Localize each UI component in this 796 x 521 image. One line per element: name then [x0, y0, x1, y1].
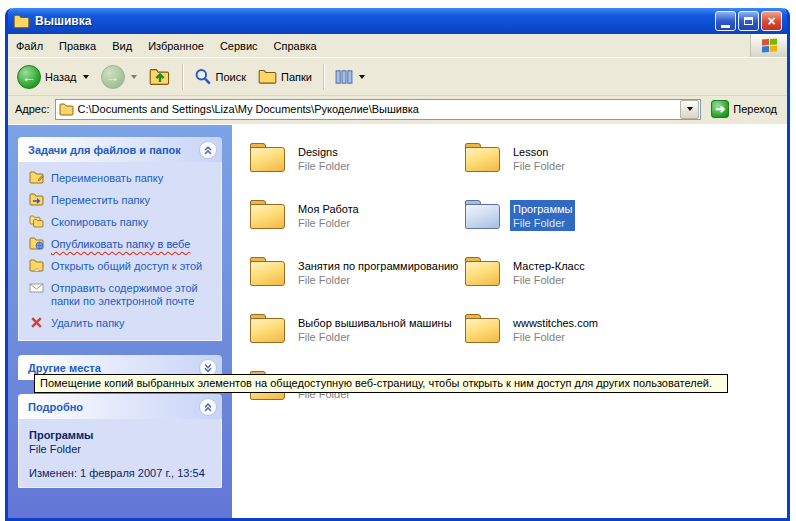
- title-bar[interactable]: Вышивка ×: [8, 8, 787, 34]
- file-type: File Folder: [295, 217, 362, 231]
- details-panel: Подробно Программы File Folder Изменен: …: [18, 394, 222, 488]
- address-path: C:\Documents and Settings\Liza\My Docume…: [78, 103, 681, 115]
- file-tile-master-klass[interactable]: Мастер-КлассFile Folder: [465, 257, 680, 314]
- file-tile-zanyatiya[interactable]: Занятия по программированиюFile Folder: [250, 257, 465, 314]
- task-move-folder[interactable]: Переместить папку: [29, 194, 215, 207]
- forward-button[interactable]: →: [96, 62, 142, 92]
- details-item-name: Программы: [29, 429, 215, 441]
- details-header[interactable]: Подробно: [18, 394, 222, 419]
- task-pane-sidebar: Задачи для файлов и папок Переименовать …: [8, 125, 232, 518]
- details-body: Программы File Folder Изменен: 1 февраля…: [18, 419, 222, 488]
- task-publish-folder[interactable]: Опубликовать папку в вебе: [29, 238, 215, 251]
- file-tile-moya-rabota[interactable]: Моя РаботаFile Folder: [250, 200, 465, 257]
- address-label: Адрес:: [15, 103, 50, 115]
- task-email-folder[interactable]: Отправить содержимое этой папки по элект…: [29, 282, 215, 308]
- menu-bar: Файл Правка Вид Избранное Сервис Справка: [8, 34, 787, 58]
- move-folder-icon: [29, 193, 45, 206]
- task-label: Переместить папку: [51, 194, 150, 207]
- file-type: File Folder: [510, 331, 601, 345]
- maximize-icon: [744, 17, 753, 25]
- details-item-modified: Изменен: 1 февраля 2007 г., 13:54: [29, 467, 215, 479]
- menu-edit[interactable]: Правка: [51, 34, 104, 57]
- file-type: File Folder: [295, 274, 461, 288]
- views-button[interactable]: [330, 66, 370, 88]
- folders-icon: [258, 68, 277, 85]
- menu-favorites[interactable]: Избранное: [140, 34, 212, 57]
- search-button[interactable]: Поиск: [189, 65, 251, 89]
- toolbar: ← Назад → Поиск Папки: [8, 58, 787, 96]
- details-title: Подробно: [28, 401, 83, 413]
- folder-icon: [250, 257, 286, 287]
- folder-icon: [465, 143, 501, 173]
- close-button[interactable]: ×: [761, 11, 782, 31]
- toolbar-separator-2: [323, 64, 324, 90]
- close-icon: ×: [767, 14, 775, 28]
- copy-folder-icon: [29, 215, 45, 228]
- views-icon: [335, 69, 353, 85]
- folder-icon: [250, 143, 286, 173]
- go-label: Переход: [733, 103, 777, 115]
- collapse-chevron-icon[interactable]: [199, 141, 217, 159]
- task-copy-folder[interactable]: Скопировать папку: [29, 216, 215, 229]
- minimize-icon: [721, 25, 730, 28]
- menu-view[interactable]: Вид: [104, 34, 140, 57]
- folders-label: Папки: [281, 71, 312, 83]
- menu-file[interactable]: Файл: [8, 34, 51, 57]
- menu-help[interactable]: Справка: [266, 34, 325, 57]
- tooltip: Помещение копий выбранных элементов на о…: [34, 374, 728, 393]
- file-tasks-body: Переименовать папку Переместить папку Ск…: [18, 162, 222, 341]
- task-rename-folder[interactable]: Переименовать папку: [29, 172, 215, 185]
- maximize-button[interactable]: [738, 11, 759, 31]
- task-label: Опубликовать папку в вебе: [51, 238, 190, 251]
- folder-icon: [250, 200, 286, 230]
- address-dropdown-button[interactable]: [680, 100, 699, 119]
- file-name: Lesson: [510, 145, 568, 160]
- folder-icon: [465, 257, 501, 287]
- search-icon: [194, 68, 212, 86]
- file-type: File Folder: [295, 160, 353, 174]
- file-tasks-panel: Задачи для файлов и папок Переименовать …: [18, 137, 222, 341]
- file-tile-vybor-mashiny[interactable]: Выбор вышивальной машиныFile Folder: [250, 314, 465, 371]
- rename-folder-icon: [29, 171, 45, 184]
- email-icon: [29, 281, 45, 294]
- address-folder-icon: [59, 103, 74, 116]
- minimize-button[interactable]: [715, 11, 736, 31]
- file-name: Моя Работа: [295, 202, 362, 217]
- delete-icon: [29, 316, 45, 329]
- collapse-chevron-icon[interactable]: [199, 398, 217, 416]
- file-tile-lesson[interactable]: LessonFile Folder: [465, 143, 680, 200]
- file-name: wwwstitches.com: [510, 316, 601, 331]
- file-list-area[interactable]: DesignsFile Folder Моя РаботаFile Folder…: [232, 125, 787, 518]
- window-title: Вышивка: [35, 14, 715, 28]
- go-button[interactable]: ➜ Переход: [706, 98, 782, 120]
- folders-button[interactable]: Папки: [253, 65, 317, 88]
- publish-web-icon: [29, 237, 45, 250]
- file-name: Выбор вышивальной машины: [295, 316, 455, 331]
- back-dropdown-icon: [83, 75, 89, 79]
- task-delete-folder[interactable]: Удалить папку: [29, 317, 215, 330]
- folder-icon: [465, 200, 501, 230]
- window-folder-icon: [13, 14, 30, 29]
- forward-icon: →: [101, 65, 125, 89]
- up-button[interactable]: [144, 64, 176, 90]
- file-tasks-title: Задачи для файлов и папок: [28, 144, 181, 156]
- file-tasks-header[interactable]: Задачи для файлов и папок: [18, 137, 222, 162]
- file-tile-designs[interactable]: DesignsFile Folder: [250, 143, 465, 200]
- menu-tools[interactable]: Сервис: [212, 34, 266, 57]
- task-label: Отправить содержимое этой папки по элект…: [51, 282, 215, 308]
- address-bar: Адрес: C:\Documents and Settings\Liza\My…: [8, 96, 787, 125]
- file-tile-wwwstitches[interactable]: wwwstitches.comFile Folder: [465, 314, 680, 371]
- back-button[interactable]: ← Назад: [12, 62, 94, 92]
- forward-dropdown-icon: [131, 75, 137, 79]
- file-tile-programmy-selected[interactable]: ПрограммыFile Folder: [465, 200, 680, 257]
- details-item-type: File Folder: [29, 443, 215, 455]
- go-arrow-icon: ➜: [711, 100, 729, 118]
- other-places-title: Другие места: [28, 362, 101, 374]
- file-type: File Folder: [295, 331, 455, 345]
- address-input[interactable]: C:\Documents and Settings\Liza\My Docume…: [55, 99, 702, 120]
- explorer-window: Вышивка × Файл Правка Вид Избранное Серв…: [5, 8, 790, 521]
- content-area: Задачи для файлов и папок Переименовать …: [8, 125, 787, 518]
- views-dropdown-icon: [359, 75, 365, 79]
- task-share-folder[interactable]: Открыть общий доступ к этой: [29, 260, 215, 273]
- task-label: Скопировать папку: [51, 216, 148, 229]
